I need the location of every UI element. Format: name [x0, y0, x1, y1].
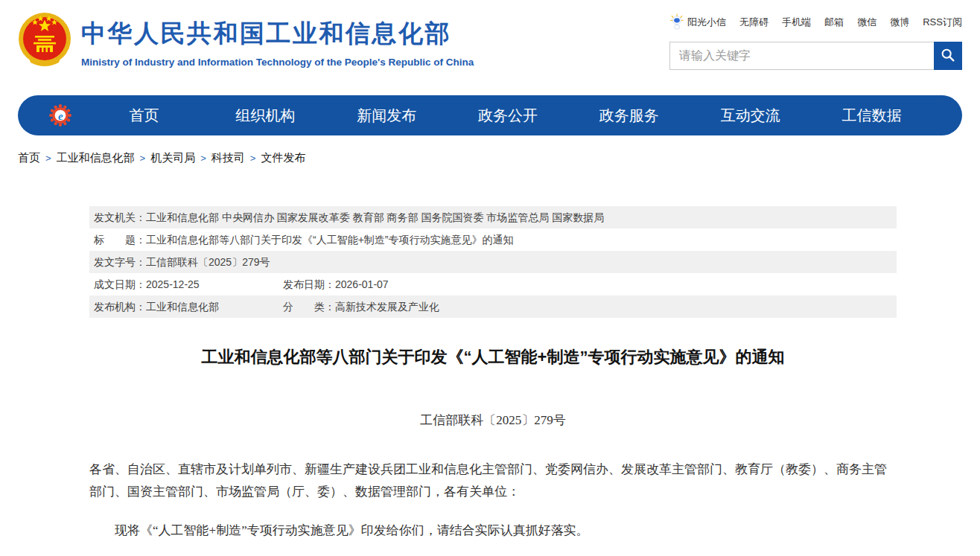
site-brand: 中华人民共和国工业和信息化部 Ministry of Industry and … [18, 11, 474, 86]
doc-no-value: 工信部联科〔2025〕279号 [146, 251, 270, 273]
publish-date-value: 2026-01-07 [335, 278, 389, 290]
meta-row-issuing-org: 发文机关：工业和信息化部 中央网信办 国家发展改革委 教育部 商务部 国务院国资… [89, 206, 897, 229]
site-subtitle: Ministry of Industry and Information Tec… [81, 57, 474, 68]
written-date-label: 成文日期： [94, 278, 146, 290]
search-input[interactable] [669, 42, 934, 70]
header-right: 阳光小信 无障碍 手机端 邮箱 微信 微博 RSS订阅 [669, 11, 962, 86]
svg-text:e: e [58, 110, 63, 122]
sunshine-mascot-icon [669, 13, 684, 32]
top-link-accessibility[interactable]: 无障碍 [739, 16, 769, 29]
breadcrumb-item-departments[interactable]: 机关司局 [150, 151, 195, 164]
top-link-weibo[interactable]: 微博 [890, 16, 909, 29]
nav-item-home[interactable]: 首页 [83, 106, 205, 126]
publish-org-label: 发布机构： [94, 301, 146, 313]
meta-row-org-category: 发布机构：工业和信息化部 分 类：高新技术发展及产业化 [89, 295, 897, 318]
article-body: 各省、自治区、直辖市及计划单列市、新疆生产建设兵团工业和信息化主管部门、党委网信… [89, 458, 897, 542]
breadcrumb-item-science-tech-dept[interactable]: 科技司 [211, 151, 245, 164]
article-title: 工业和信息化部等八部门关于印发《“人工智能+制造”专项行动实施意见》的通知 [89, 346, 897, 368]
nav-item-organization[interactable]: 组织机构 [205, 106, 326, 126]
publish-org-cell: 发布机构：工业和信息化部 [94, 295, 283, 318]
article-paragraph: 各省、自治区、直辖市及计划单列市、新疆生产建设兵团工业和信息化主管部门、党委网信… [89, 458, 897, 503]
top-link-mobile[interactable]: 手机端 [782, 16, 811, 29]
meta-row-title: 标 题：工业和信息化部等八部门关于印发《“人工智能+制造”专项行动实施意见》的通… [89, 229, 897, 251]
publish-date-cell: 发布日期：2026-01-07 [283, 273, 389, 295]
breadcrumb: 首页>工业和信息化部>机关司局>科技司>文件发布 [18, 151, 962, 164]
issuing-org-value: 工业和信息化部 中央网信办 国家发展改革委 教育部 商务部 国务院国资委 市场监… [146, 206, 604, 229]
doc-no-label: 发文字号： [94, 251, 146, 273]
miit-gear-logo-icon: e [48, 103, 73, 128]
search-button[interactable] [934, 42, 962, 70]
article-doc-number: 工信部联科〔2025〕279号 [89, 412, 897, 429]
meta-row-doc-no: 发文字号：工信部联科〔2025〕279号 [89, 251, 897, 273]
nav-item-gov-disclosure[interactable]: 政务公开 [448, 106, 569, 126]
written-date-cell: 成文日期：2025-12-25 [94, 273, 283, 295]
national-emblem-icon [18, 11, 71, 74]
issuing-org-label: 发文机关： [94, 206, 146, 229]
meta-title-label: 标 题： [94, 229, 146, 251]
breadcrumb-separator: > [45, 153, 51, 164]
breadcrumb-item-home[interactable]: 首页 [18, 151, 40, 164]
site-title: 中华人民共和国工业和信息化部 [81, 17, 474, 51]
main-nav: e 首页 组织机构 新闻发布 政务公开 政务服务 互动交流 工信数据 [18, 95, 962, 135]
category-label: 分 类： [283, 301, 335, 313]
document-content: 发文机关：工业和信息化部 中央网信办 国家发展改革委 教育部 商务部 国务院国资… [89, 206, 897, 542]
publish-org-value: 工业和信息化部 [146, 301, 219, 313]
top-link-sunshine-assistant[interactable]: 阳光小信 [669, 13, 726, 32]
top-link-sunshine-label[interactable]: 阳光小信 [687, 16, 726, 29]
category-cell: 分 类：高新技术发展及产业化 [283, 295, 439, 318]
breadcrumb-item-miit[interactable]: 工业和信息化部 [57, 151, 135, 164]
document-meta-table: 发文机关：工业和信息化部 中央网信办 国家发展改革委 教育部 商务部 国务院国资… [89, 206, 897, 318]
meta-title-value: 工业和信息化部等八部门关于印发《“人工智能+制造”专项行动实施意见》的通知 [146, 229, 514, 251]
publish-date-label: 发布日期： [283, 278, 335, 290]
nav-item-news[interactable]: 新闻发布 [326, 106, 448, 126]
top-links: 阳光小信 无障碍 手机端 邮箱 微信 微博 RSS订阅 [669, 13, 962, 32]
nav-item-interaction[interactable]: 互动交流 [690, 106, 811, 126]
breadcrumb-separator: > [140, 153, 146, 164]
breadcrumb-separator: > [200, 153, 206, 164]
top-link-mail[interactable]: 邮箱 [824, 16, 844, 29]
brand-text: 中华人民共和国工业和信息化部 Ministry of Industry and … [81, 11, 474, 68]
site-header: 中华人民共和国工业和信息化部 Ministry of Industry and … [0, 0, 980, 86]
top-link-rss[interactable]: RSS订阅 [923, 16, 962, 29]
category-value: 高新技术发展及产业化 [335, 301, 439, 313]
nav-item-gov-services[interactable]: 政务服务 [568, 106, 690, 126]
article-paragraph: 现将《“人工智能+制造”专项行动实施意见》印发给你们，请结合实际认真抓好落实。 [89, 520, 897, 542]
search-icon [940, 47, 956, 65]
meta-row-dates: 成文日期：2025-12-25 发布日期：2026-01-07 [89, 273, 897, 295]
search-box [669, 42, 962, 70]
breadcrumb-item-document-release[interactable]: 文件发布 [261, 151, 305, 164]
nav-item-miit-data[interactable]: 工信数据 [811, 106, 932, 126]
top-link-wechat[interactable]: 微信 [857, 16, 876, 29]
written-date-value: 2025-12-25 [146, 278, 200, 290]
breadcrumb-separator: > [250, 153, 256, 164]
